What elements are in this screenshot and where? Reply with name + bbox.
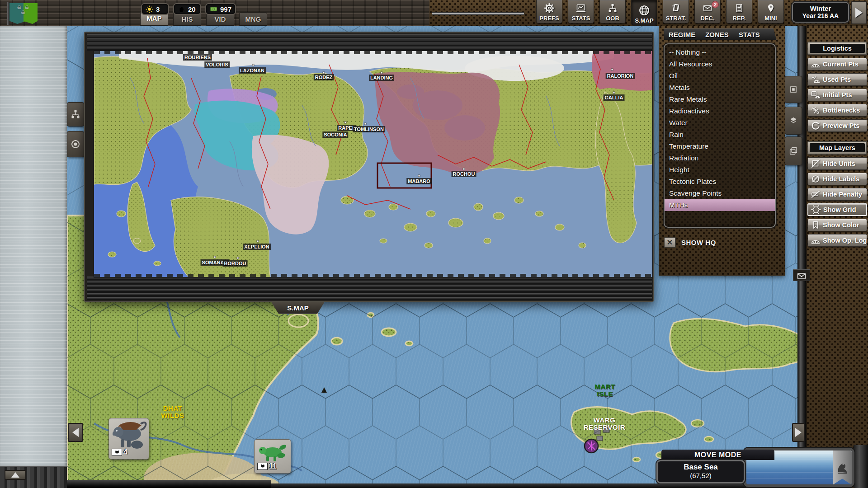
layer-option[interactable]: MTHs bbox=[665, 199, 775, 211]
map-layer-button-icon bbox=[811, 220, 820, 230]
layer-option[interactable]: Temperature bbox=[665, 141, 775, 152]
map-edge-perforation bbox=[94, 274, 653, 277]
side-tab-icon bbox=[70, 139, 81, 150]
logistics-panel: Logistics Current Pts Used Pts Initial P… bbox=[807, 42, 867, 132]
nav-button[interactable]: PREFS bbox=[536, 0, 562, 23]
layer-option[interactable]: All Resources bbox=[665, 58, 775, 70]
nav-button[interactable]: DEC. 2 bbox=[694, 0, 721, 23]
panel-tab[interactable]: REGIME bbox=[669, 31, 695, 38]
map-side-tab[interactable] bbox=[785, 76, 802, 103]
logistics-button[interactable]: Bottlenecks bbox=[807, 104, 867, 117]
layer-option[interactable]: Water bbox=[665, 117, 775, 129]
layer-option[interactable]: Radioactives bbox=[665, 105, 775, 117]
layer-option[interactable]: -- Nothing -- bbox=[665, 47, 775, 58]
nav-button-icon bbox=[638, 4, 651, 17]
logistics-button[interactable]: Initial Pts bbox=[807, 89, 867, 101]
window-blinds-top bbox=[87, 34, 652, 51]
lizard-unit[interactable]: 11 bbox=[254, 439, 291, 474]
map-edge-perforation bbox=[94, 51, 653, 54]
nav-button[interactable]: MINI bbox=[758, 0, 784, 23]
layer-option[interactable]: Metals bbox=[665, 82, 775, 94]
play-icon bbox=[855, 8, 863, 18]
place-label: GALLIA bbox=[604, 94, 625, 101]
map-layer-button-icon bbox=[811, 159, 821, 169]
layer-option[interactable]: Rare Metals bbox=[665, 94, 775, 105]
place-label: VOLORIS bbox=[204, 61, 230, 68]
map-layers-header: Map Layers bbox=[807, 141, 867, 155]
logistics-button[interactable]: Preview Pts bbox=[807, 119, 867, 132]
layer-option[interactable]: Rain bbox=[665, 129, 775, 141]
resource-chip[interactable]: 20 bbox=[173, 3, 201, 15]
place-label: MABARO bbox=[406, 178, 432, 184]
show-hq-label: SHOW HQ bbox=[681, 239, 716, 246]
scroll-up-button[interactable] bbox=[5, 470, 26, 480]
nav-button-icon bbox=[670, 2, 681, 14]
place-label: XEPELION bbox=[243, 244, 271, 250]
end-turn-button[interactable] bbox=[851, 1, 867, 24]
resource-chip[interactable]: 997 bbox=[205, 3, 236, 15]
logistics-button[interactable]: Used Pts bbox=[807, 73, 867, 86]
map-layer-option-list: -- Nothing -- All Resources Oil Metals R… bbox=[664, 43, 776, 228]
resource-icon bbox=[178, 5, 185, 13]
nav-button[interactable]: STATS bbox=[568, 0, 594, 23]
beast-unit[interactable]: 4 bbox=[108, 418, 149, 460]
map-layer-button[interactable]: Hide Labels bbox=[807, 173, 867, 185]
location-name: Base Sea bbox=[658, 463, 744, 472]
location-plate: Base Sea (67,52) bbox=[656, 460, 745, 483]
logistics-button-icon bbox=[811, 75, 821, 84]
nav-button-icon bbox=[575, 3, 587, 14]
map-side-tab[interactable] bbox=[67, 102, 84, 127]
unit-count: 4 bbox=[123, 448, 127, 456]
nav-button[interactable]: S.MAP bbox=[631, 0, 657, 26]
map-layer-button[interactable]: Hide Penalty bbox=[807, 188, 867, 201]
strategic-world-map[interactable]: ROURIENS VOLORIS LAZONAN RODEZ LANDING R… bbox=[94, 51, 653, 277]
map-layer-button[interactable]: Show Grid bbox=[807, 203, 867, 216]
strategic-map-window[interactable]: ROURIENS VOLORIS LAZONAN RODEZ LANDING R… bbox=[84, 32, 654, 302]
faction-flag[interactable]: ☠ ☠☠ bbox=[7, 2, 40, 25]
panel-tab[interactable]: STATS bbox=[739, 31, 760, 38]
region-label: MART ISLE bbox=[594, 383, 615, 398]
up-arrow-icon bbox=[11, 472, 19, 478]
view-tab[interactable]: MNG bbox=[239, 12, 267, 26]
map-side-tab[interactable] bbox=[67, 131, 84, 157]
panel-tab[interactable]: ZONES bbox=[705, 31, 729, 38]
nav-button-icon bbox=[734, 2, 744, 14]
turn-display: Winter Year 216 AA bbox=[792, 2, 849, 23]
mode-indicator: MOVE MODE bbox=[661, 450, 774, 460]
map-layer-button[interactable]: Hide Units bbox=[807, 157, 867, 170]
layer-option[interactable]: Radiation bbox=[665, 152, 775, 164]
logistics-button[interactable]: Current Pts bbox=[807, 58, 867, 70]
map-layer-button-icon bbox=[811, 174, 821, 184]
place-label: LANDING bbox=[369, 75, 394, 81]
nav-button[interactable]: OOB bbox=[599, 0, 626, 23]
region-label: WARG RESERVOIR bbox=[584, 417, 626, 431]
location-coordinates: (67,52) bbox=[658, 472, 744, 479]
resource-chip[interactable]: 3 bbox=[141, 3, 169, 15]
layer-option[interactable]: Height bbox=[665, 164, 775, 176]
place-label: ROCHOU bbox=[452, 171, 476, 177]
map-layer-button[interactable]: Show Color bbox=[807, 219, 867, 231]
logistics-button-icon bbox=[811, 59, 821, 69]
layer-option[interactable]: Oil bbox=[665, 70, 775, 82]
resource-icon bbox=[210, 5, 217, 13]
lizard-art bbox=[255, 440, 291, 464]
place-label: RODEZ bbox=[314, 74, 334, 80]
layer-option[interactable]: Tectonic Plates bbox=[665, 176, 775, 188]
map-layer-button[interactable]: Show Op. Log bbox=[807, 234, 867, 247]
nav-button[interactable]: STRAT. bbox=[663, 0, 689, 23]
nav-button[interactable]: REP. bbox=[726, 0, 752, 23]
skull-icons: ☠ ☠☠ bbox=[12, 5, 35, 15]
smap-window-tab[interactable]: S.MAP bbox=[271, 302, 325, 314]
map-side-tab[interactable] bbox=[785, 107, 802, 135]
nav-button-icon bbox=[543, 2, 555, 14]
map-layers-buttons: Hide Units Hide Labels Hide Penalty Show… bbox=[807, 157, 867, 247]
layer-option[interactable]: Scavenge Points bbox=[665, 188, 775, 199]
show-hq-checkbox[interactable]: ✕ bbox=[664, 237, 676, 248]
scroll-right-button[interactable] bbox=[792, 423, 805, 442]
map-side-tab[interactable] bbox=[785, 136, 802, 165]
map-layer-button-icon bbox=[811, 204, 821, 215]
message-button[interactable] bbox=[793, 269, 810, 281]
scroll-left-button[interactable] bbox=[68, 423, 83, 442]
logistics-button-icon bbox=[810, 120, 821, 131]
silver-pipe bbox=[432, 12, 524, 15]
